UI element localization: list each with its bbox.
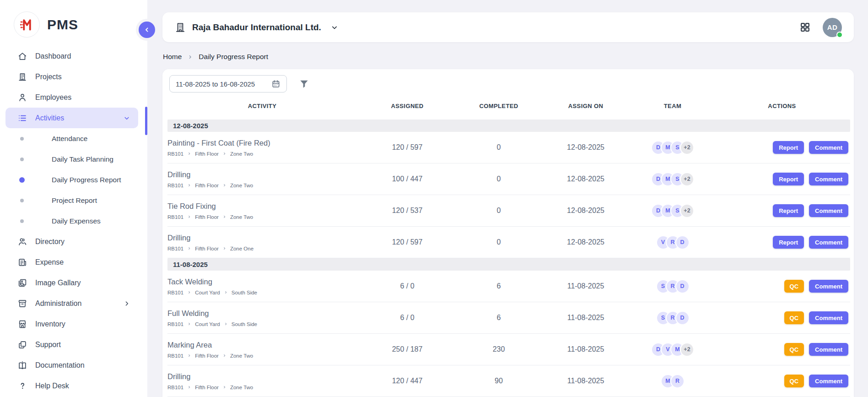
path-segment: RB101 xyxy=(167,214,183,220)
sidebar-subitem-daily-task-planning[interactable]: Daily Task Planning xyxy=(0,149,147,169)
sidebar-item-image-gallary[interactable]: Image Gallary xyxy=(5,272,138,293)
qc-button[interactable]: QC xyxy=(784,311,804,324)
filter-funnel-icon[interactable] xyxy=(299,79,309,89)
table-row: Painting - First Coat (Fire Red)RB101Fif… xyxy=(167,132,850,163)
activity-path: RB101Court YardSouth Side xyxy=(167,321,357,327)
chevron-right-icon xyxy=(224,322,228,326)
sidebar-subitem-daily-progress-report[interactable]: Daily Progress Report xyxy=(0,169,147,190)
comment-button[interactable]: Comment xyxy=(809,173,848,185)
sidebar-collapse-button[interactable] xyxy=(139,22,155,38)
sidebar-scrollbar-thumb[interactable] xyxy=(145,107,147,135)
sidebar-subitem-attendance[interactable]: Attendance xyxy=(0,128,147,149)
qc-button[interactable]: QC xyxy=(784,280,804,293)
report-button[interactable]: Report xyxy=(773,141,804,154)
path-segment: RB101 xyxy=(167,183,183,188)
topbar-actions: AD xyxy=(799,18,842,37)
sidebar-subitem-project-report[interactable]: Project Report xyxy=(0,190,147,211)
team-more-badge[interactable]: +2 xyxy=(680,141,694,155)
assigned-value: 100 / 447 xyxy=(357,175,458,183)
company-name: Raja Bahadur International Ltd. xyxy=(192,22,321,33)
activity-title: Drilling xyxy=(167,170,357,179)
comment-button[interactable]: Comment xyxy=(809,343,848,356)
sidebar-item-projects[interactable]: Projects xyxy=(5,66,138,87)
activity-path: RB101Fifth FloorZone Two xyxy=(167,214,357,220)
table-row: Full WeldingRB101Court YardSouth Side6 /… xyxy=(167,302,850,334)
activity-cell: Marking AreaRB101Fifth FloorZone Two xyxy=(167,341,357,359)
main-content: Raja Bahadur International Ltd. AD xyxy=(147,0,868,397)
activity-cell: Painting - First Coat (Fire Red)RB101Fif… xyxy=(167,139,357,157)
chevron-right-icon xyxy=(187,215,191,219)
table-row: DrillingRB101Fifth FloorZone Two120 / 44… xyxy=(167,365,850,397)
actions-cell: QCComment xyxy=(714,280,850,293)
date-range-input[interactable]: 11-08-2025 to 16-08-2025 xyxy=(169,75,287,92)
sidebar-item-employees[interactable]: Employees xyxy=(5,87,138,108)
path-segment: RB101 xyxy=(167,353,183,359)
bullet-icon xyxy=(20,219,24,223)
comment-button[interactable]: Comment xyxy=(809,280,848,293)
sidebar-subitem-label: Daily Expenses xyxy=(52,217,101,225)
breadcrumb-home[interactable]: Home xyxy=(163,53,182,61)
chevron-right-icon xyxy=(187,353,191,358)
activity-path: RB101Fifth FloorZone Two xyxy=(167,183,357,188)
comment-button[interactable]: Comment xyxy=(809,375,848,387)
date-range-value: 11-08-2025 to 16-08-2025 xyxy=(176,80,255,88)
column-header-completed: COMPLETED xyxy=(458,103,540,109)
comment-button[interactable]: Comment xyxy=(809,311,848,324)
team-cell: DMS+2 xyxy=(631,172,714,186)
chevron-right-icon xyxy=(224,290,228,294)
sidebar-item-directory[interactable]: Directory xyxy=(5,231,138,252)
sidebar-subitem-daily-expenses[interactable]: Daily Expenses xyxy=(0,211,147,231)
activity-cell: Tie Rod FixingRB101Fifth FloorZone Two xyxy=(167,202,357,220)
sidebar-item-expense[interactable]: Expense xyxy=(5,252,138,272)
activity-title: Drilling xyxy=(167,234,357,242)
team-more-badge[interactable]: +2 xyxy=(680,343,694,357)
gallery-icon xyxy=(17,278,27,288)
team-more-badge[interactable]: +2 xyxy=(680,172,694,186)
qc-button[interactable]: QC xyxy=(784,343,804,356)
assigned-value: 120 / 537 xyxy=(357,207,458,215)
chevron-right-icon xyxy=(187,246,191,250)
sidebar-item-administration[interactable]: Administration xyxy=(5,293,138,314)
activity-cell: Full WeldingRB101Court YardSouth Side xyxy=(167,309,357,327)
report-button[interactable]: Report xyxy=(773,204,804,217)
assign-on-value: 12-08-2025 xyxy=(540,207,631,215)
sidebar-item-dashboard[interactable]: Dashboard xyxy=(5,46,138,66)
comment-button[interactable]: Comment xyxy=(809,236,848,249)
sidebar-subitem-label: Attendance xyxy=(52,135,87,143)
activity-cell: DrillingRB101Fifth FloorZone Two xyxy=(167,372,357,390)
assigned-value: 120 / 597 xyxy=(357,143,458,152)
sidebar-subitem-label: Project Report xyxy=(52,196,97,205)
activity-title: Painting - First Coat (Fire Red) xyxy=(167,139,357,147)
comment-button[interactable]: Comment xyxy=(809,204,848,217)
store-icon xyxy=(17,319,27,329)
sidebar-item-help-desk[interactable]: Help Desk xyxy=(5,375,138,396)
sidebar-item-activities[interactable]: Activities xyxy=(5,108,138,128)
activity-cell: DrillingRB101Fifth FloorZone One xyxy=(167,234,357,251)
table-header-row: ACTIVITY ASSIGNED COMPLETED ASSIGN ON TE… xyxy=(167,92,850,120)
comment-button[interactable]: Comment xyxy=(809,141,848,154)
bullet-icon xyxy=(20,199,24,202)
path-segment: Zone One xyxy=(230,246,253,251)
report-button[interactable]: Report xyxy=(773,173,804,185)
completed-value: 90 xyxy=(458,377,540,385)
user-avatar[interactable]: AD xyxy=(823,18,842,37)
sidebar-item-documentation[interactable]: Documentation xyxy=(5,355,138,375)
team-more-badge[interactable]: +2 xyxy=(680,204,694,218)
report-button[interactable]: Report xyxy=(773,236,804,249)
chevron-right-icon xyxy=(222,385,226,389)
completed-value: 0 xyxy=(458,143,540,152)
apps-grid-icon[interactable] xyxy=(799,22,811,33)
chevron-left-icon xyxy=(143,26,151,33)
sidebar-item-label: Documentation xyxy=(35,361,131,370)
sidebar-item-label: Administration xyxy=(35,299,123,308)
sidebar-item-inventory[interactable]: Inventory xyxy=(5,314,138,334)
qc-button[interactable]: QC xyxy=(784,375,804,387)
column-header-team: TEAM xyxy=(631,103,714,109)
activity-title: Drilling xyxy=(167,372,357,381)
activity-cell: Tack WeldingRB101Court YardSouth Side xyxy=(167,277,357,295)
activity-path: RB101Fifth FloorZone Two xyxy=(167,353,357,359)
sidebar-item-support[interactable]: Support xyxy=(5,334,138,355)
company-selector[interactable]: Raja Bahadur International Ltd. xyxy=(174,22,339,33)
path-segment: Fifth Floor xyxy=(195,151,219,157)
app-logo[interactable]: PMS xyxy=(0,0,147,38)
